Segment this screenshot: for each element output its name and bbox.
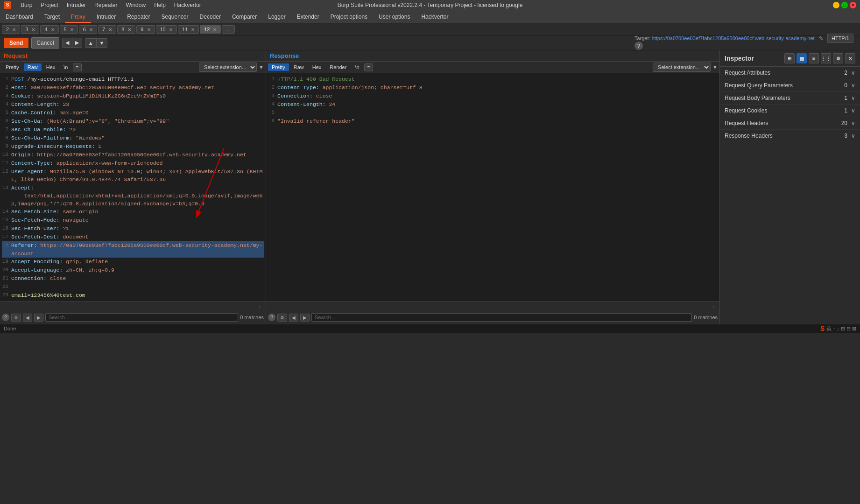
tab-hackvertor[interactable]: Hackvertor: [416, 12, 454, 23]
req-search-prev[interactable]: ◀: [23, 314, 32, 322]
sub-tab-more[interactable]: ...: [222, 25, 234, 34]
target-info: Target: https://0a0700ee03ef7fabc1205a95…: [634, 35, 856, 50]
close-tab-3[interactable]: ✕: [31, 27, 35, 32]
resp-line-3: 3 Connection: close: [268, 92, 718, 100]
nav-down-button[interactable]: ▼: [96, 38, 108, 48]
sub-tab-3[interactable]: 3 ✕: [21, 25, 39, 34]
tab-repeater[interactable]: Repeater: [121, 12, 155, 23]
inspector-view-btn2[interactable]: ▦: [797, 53, 807, 63]
minimize-button[interactable]: －: [833, 2, 839, 8]
close-tab-9[interactable]: ✕: [147, 27, 151, 32]
tab-intruder[interactable]: Intruder: [91, 12, 121, 23]
inspector-row-body-params[interactable]: Request Body Parameters 1 ∨: [720, 92, 860, 105]
inspector-view-btn4[interactable]: ⋮⋮: [821, 53, 831, 63]
sub-tab-4[interactable]: 4 ✕: [40, 25, 58, 34]
tab-comparer[interactable]: Comparer: [226, 12, 262, 23]
sub-tab-6[interactable]: 6 ✕: [79, 25, 97, 34]
inspector-row-cookies[interactable]: Request Cookies 1 ∨: [720, 105, 860, 117]
resp-search-prev[interactable]: ◀: [289, 314, 298, 322]
close-tab-6[interactable]: ✕: [89, 27, 93, 32]
inspector-view-btn1[interactable]: ⊞: [784, 53, 795, 63]
req-tab-hex[interactable]: Hex: [42, 63, 59, 71]
inspector-close-btn[interactable]: ✕: [845, 53, 855, 63]
menu-intruder[interactable]: Intruder: [63, 1, 90, 9]
inspector-toolbar: ⊞ ▦ ≡ ⋮⋮ ⚙ ✕: [784, 53, 855, 63]
sub-tab-2[interactable]: 2 ✕: [2, 25, 20, 34]
tab-sequencer[interactable]: Sequencer: [156, 12, 194, 23]
inspector-row-request-attributes[interactable]: Request Attributes 2 ∨: [720, 67, 860, 79]
close-tab-11[interactable]: ✕: [191, 27, 195, 32]
resp-tab-raw[interactable]: Raw: [290, 63, 308, 71]
request-code-area[interactable]: 1 POST /my-account/change-email HTTP/1.1…: [0, 73, 266, 301]
resp-tab-pretty[interactable]: Pretty: [268, 63, 289, 71]
tab-user-options[interactable]: User options: [373, 12, 416, 23]
tab-project-options[interactable]: Project options: [325, 12, 373, 23]
request-search-input[interactable]: [45, 313, 238, 322]
menu-hackvertor[interactable]: Hackvertor: [170, 1, 205, 9]
req-tab-pretty[interactable]: Pretty: [2, 63, 23, 71]
tab-target[interactable]: Target: [39, 12, 65, 23]
req-line-5: 5 Cache-Control: max-age=0: [2, 109, 264, 117]
close-tab-12[interactable]: ✕: [213, 27, 217, 32]
req-tab-ln[interactable]: \n: [60, 63, 71, 71]
tab-proxy[interactable]: Proxy: [65, 12, 91, 23]
inspector-view-btn3[interactable]: ≡: [809, 53, 819, 63]
nav-back-button[interactable]: ◀: [62, 38, 72, 48]
tab-dashboard[interactable]: Dashboard: [0, 12, 39, 23]
close-tab-10[interactable]: ✕: [169, 27, 173, 32]
sub-tab-8[interactable]: 8 ✕: [117, 25, 135, 34]
inspector-row-response-headers[interactable]: Response Headers 3 ∨: [720, 130, 860, 142]
response-code-area[interactable]: 1 HTTP/1.1 400 Bad Request 2 Content-Typ…: [266, 73, 719, 301]
close-tab-5[interactable]: ✕: [70, 27, 74, 32]
menu-help[interactable]: Help: [150, 1, 169, 9]
response-search-input[interactable]: [311, 313, 692, 322]
close-tab-7[interactable]: ✕: [108, 27, 112, 32]
req-search-settings[interactable]: ⚙: [11, 314, 21, 322]
cancel-button[interactable]: Cancel: [31, 37, 59, 49]
req-search-next[interactable]: ▶: [34, 314, 43, 322]
resp-search-help[interactable]: ?: [268, 314, 275, 321]
tab-logger[interactable]: Logger: [262, 12, 291, 23]
inspector-row-request-headers[interactable]: Request Headers 20 ∨: [720, 117, 860, 130]
resp-tab-render[interactable]: Render: [326, 63, 350, 71]
sub-tab-5[interactable]: 5 ✕: [60, 25, 78, 34]
send-button[interactable]: Send: [4, 38, 28, 48]
menu-repeater[interactable]: Repeater: [91, 1, 121, 9]
menu-window[interactable]: Window: [122, 1, 149, 9]
sub-tab-11[interactable]: 11 ✕: [178, 25, 199, 34]
req-tab-raw[interactable]: Raw: [24, 63, 42, 71]
inspector-count-response-headers: 3: [844, 133, 847, 139]
close-tab-2[interactable]: ✕: [12, 27, 16, 32]
resp-search-next[interactable]: ▶: [300, 314, 310, 322]
nav-forward-button[interactable]: ▶: [72, 38, 82, 48]
menu-project[interactable]: Project: [37, 1, 62, 9]
resp-format-btn[interactable]: =: [364, 63, 374, 71]
sub-tab-10[interactable]: 10 ✕: [156, 25, 177, 34]
resp-search-settings[interactable]: ⚙: [277, 314, 287, 322]
resp-tab-hex[interactable]: Hex: [309, 63, 325, 71]
req-format-btn[interactable]: =: [73, 63, 82, 71]
close-tab-4[interactable]: ✕: [51, 27, 55, 32]
req-line-10: 10 Origin: https://0a0700ee03ef7fabc1205…: [2, 151, 264, 159]
req-line-20: 20 Accept-Language: zh-CN, zh;q=0.9: [2, 266, 264, 274]
tab-extender[interactable]: Extender: [291, 12, 325, 23]
sub-tab-12[interactable]: 12 ✕: [200, 25, 221, 34]
sub-tab-7[interactable]: 7 ✕: [98, 25, 116, 34]
inspector-row-query-params[interactable]: Request Query Parameters 0 ∨: [720, 79, 860, 92]
maximize-button[interactable]: □: [841, 2, 848, 8]
help-icon[interactable]: ?: [634, 42, 643, 50]
response-search-bar: ? ⚙ ◀ ▶ 0 matches: [266, 311, 719, 324]
inspector-settings-btn[interactable]: ⚙: [833, 53, 843, 63]
edit-target-icon[interactable]: ✎: [819, 35, 823, 41]
tab-decoder[interactable]: Decoder: [194, 12, 226, 23]
menu-burp[interactable]: Burp: [17, 1, 36, 9]
close-tab-8[interactable]: ✕: [127, 27, 131, 32]
req-extension-select[interactable]: Select extension...: [199, 63, 257, 72]
close-button[interactable]: ✕: [850, 2, 856, 8]
resp-extension-select[interactable]: Select extension...: [653, 63, 711, 72]
resp-tab-ln[interactable]: \n: [351, 63, 363, 71]
req-line-2: 2 Host: 0a0700ee03ef7fabc1205a9500ee00cf…: [2, 84, 264, 92]
nav-up-button[interactable]: ▲: [85, 38, 97, 48]
req-search-help[interactable]: ?: [2, 314, 9, 321]
sub-tab-9[interactable]: 9 ✕: [136, 25, 155, 34]
